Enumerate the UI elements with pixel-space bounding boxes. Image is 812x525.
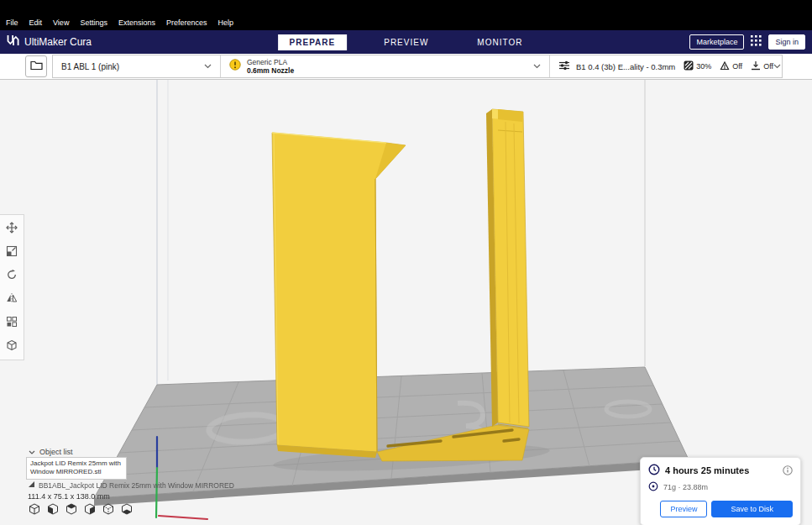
print-settings-sliders-icon: [558, 59, 570, 74]
rotate-icon: [6, 269, 18, 283]
menu-extensions[interactable]: Extensions: [118, 18, 155, 27]
per-model-settings-icon: [6, 316, 18, 330]
move-icon: [6, 222, 18, 236]
printer-selector[interactable]: B1 ABL 1 (pink): [53, 55, 221, 77]
mirror-icon: [6, 292, 18, 307]
print-time: 4 hours 25 minutes: [665, 465, 749, 475]
print-settings-selector[interactable]: B1 0.4 (3b) E...ality - 0.3mm 30% Off Of…: [550, 55, 782, 77]
chevron-down-icon: [204, 64, 212, 69]
infill-value: 30%: [696, 62, 711, 71]
menu-settings[interactable]: Settings: [80, 18, 107, 27]
menu-help[interactable]: Help: [217, 18, 233, 27]
support-blocker-icon: [6, 339, 18, 354]
nozzle-size: 0.6mm Nozzle: [247, 66, 294, 75]
view-preset-bar: [28, 502, 134, 516]
window-title-bar: [0, 0, 812, 15]
adhesion-icon: [751, 59, 761, 74]
view-bottom-icon[interactable]: [120, 502, 134, 516]
info-icon[interactable]: [783, 465, 793, 475]
ultimaker-logo-icon: [7, 34, 19, 50]
selected-model-name: BB1ABL_Jackpot LID Remix 25mm with Windo…: [39, 481, 234, 490]
menu-preferences[interactable]: Preferences: [166, 18, 207, 27]
app-header: UltiMaker Cura PREPARE PREVIEW MONITOR M…: [0, 30, 812, 54]
open-file-button[interactable]: [25, 55, 47, 77]
app-logo: UltiMaker Cura: [7, 34, 92, 50]
rotate-tool-button[interactable]: [0, 264, 23, 287]
chevron-down-icon: [29, 448, 35, 456]
menu-edit[interactable]: Edit: [29, 18, 43, 27]
material-usage: 71g · 23.88m: [663, 483, 708, 491]
tab-prepare[interactable]: PREPARE: [278, 34, 348, 50]
object-list-label: Object list: [39, 448, 73, 456]
support-value: Off: [732, 62, 742, 71]
save-to-disk-button[interactable]: Save to Disk: [711, 501, 793, 517]
object-list-item[interactable]: Jackpot LID Remix 25mm with Window MIRRO…: [26, 457, 127, 480]
folder-icon: [30, 60, 43, 73]
sign-in-button[interactable]: Sign in: [768, 34, 805, 50]
preview-button[interactable]: Preview: [660, 501, 707, 517]
chevron-down-icon[interactable]: [773, 64, 781, 69]
object-filename-line2: Window MIRRORED.stl: [30, 468, 123, 476]
selected-model-row[interactable]: BB1ABL_Jackpot LID Remix 25mm with Windo…: [28, 480, 263, 490]
view-top-icon[interactable]: [65, 502, 78, 516]
support-blocker-tool-button[interactable]: [0, 334, 23, 358]
move-tool-button[interactable]: [0, 217, 23, 240]
view-left-icon[interactable]: [83, 502, 97, 516]
model-type-icon: [28, 480, 35, 490]
infill-icon: [684, 59, 694, 74]
marketplace-button[interactable]: Marketplace: [689, 34, 744, 50]
tool-sidebar: [0, 214, 24, 360]
model-dimensions: 111.4 x 75.1 x 138.0 mm: [28, 492, 110, 501]
app-title: UltiMaker Cura: [24, 36, 92, 48]
material-name: Generic PLA: [247, 58, 294, 66]
grid-menu-icon[interactable]: [751, 34, 762, 50]
material-selector[interactable]: Generic PLA 0.6mm Nozzle: [221, 55, 550, 77]
tab-monitor[interactable]: MONITOR: [465, 34, 534, 50]
tab-preview[interactable]: PREVIEW: [372, 34, 440, 50]
chevron-down-icon: [533, 64, 541, 69]
object-list-toggle[interactable]: Object list: [29, 448, 73, 456]
clock-icon: [648, 464, 660, 477]
menu-bar: File Edit View Settings Extensions Prefe…: [0, 15, 812, 30]
scale-tool-button[interactable]: [0, 240, 23, 264]
action-panel: 4 hours 25 minutes 71g · 23.88m Preview …: [640, 457, 801, 525]
object-filename-line1: Jackpot LID Remix 25mm with: [30, 459, 123, 468]
printer-name: B1 ABL 1 (pink): [61, 62, 119, 71]
configuration-bar: B1 ABL 1 (pink) Generic PLA 0.6mm Nozzle…: [0, 54, 812, 80]
support-icon: [720, 59, 730, 74]
menu-file[interactable]: File: [6, 18, 18, 27]
material-spool-icon: [648, 481, 658, 493]
menu-view[interactable]: View: [53, 18, 69, 27]
view-3d-icon[interactable]: [28, 502, 41, 516]
view-right-icon[interactable]: [102, 502, 115, 516]
print-profile: B1 0.4 (3b) E...ality - 0.3mm: [576, 62, 675, 71]
warning-icon: [229, 59, 241, 74]
scale-icon: [6, 245, 18, 260]
view-front-icon[interactable]: [46, 502, 60, 516]
per-model-settings-tool-button[interactable]: [0, 311, 23, 334]
mirror-tool-button[interactable]: [0, 287, 23, 311]
viewport: Object list Jackpot LID Remix 25mm with …: [0, 80, 812, 525]
stage-tabs: PREPARE PREVIEW MONITOR: [278, 34, 535, 50]
adhesion-value: Off: [763, 62, 773, 71]
